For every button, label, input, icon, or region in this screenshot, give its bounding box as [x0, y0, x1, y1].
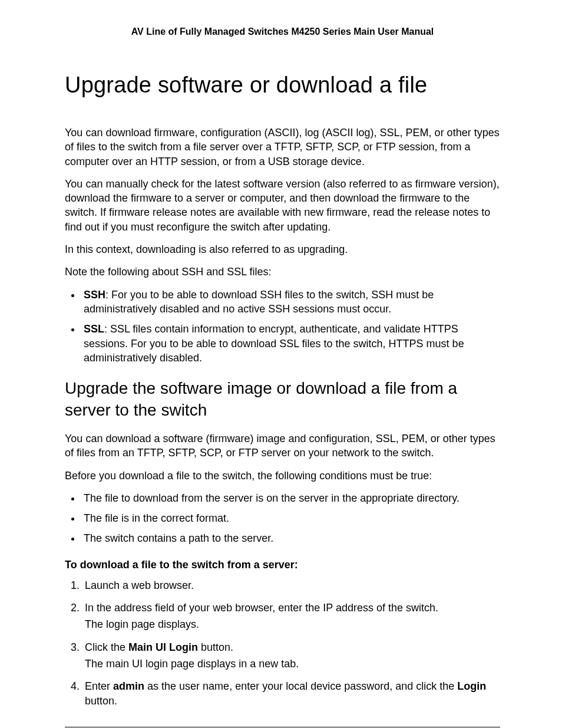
step-item: In the address field of your web browser… — [82, 601, 500, 632]
step-text-bold: Main UI Login — [128, 641, 198, 653]
list-item: The file is in the correct format. — [81, 511, 500, 525]
ssh-ssl-notes-list: SSH: For you to be able to download SSH … — [65, 288, 500, 365]
step-text-bold: Login — [457, 680, 486, 692]
step-text-bold: admin — [113, 680, 144, 692]
term-text: : SSL files contain information to encry… — [84, 323, 464, 364]
step-text-pre: Click the — [85, 641, 128, 653]
intro-paragraph-1: You can download firmware, configuration… — [65, 126, 500, 169]
preconditions-list: The file to download from the server is … — [65, 491, 500, 546]
section-subheading: Upgrade the software image or download a… — [65, 378, 500, 421]
procedure-title: To download a file to the switch from a … — [65, 559, 500, 571]
step-subtext: The login page displays. — [85, 617, 500, 631]
intro-paragraph-2: You can manually check for the latest so… — [65, 177, 500, 234]
step-subtext: The main UI login page displays in a new… — [85, 657, 500, 671]
term-label: SSH — [84, 289, 105, 301]
section-paragraph-1: You can download a software (firmware) i… — [65, 431, 500, 460]
procedure-steps: Launch a web browser. In the address fie… — [65, 578, 500, 708]
step-text: Launch a web browser. — [85, 579, 194, 591]
list-item: SSH: For you to be able to download SSH … — [81, 288, 500, 317]
list-item: The switch contains a path to the server… — [81, 531, 500, 545]
term-text: : For you to be able to download SSH fil… — [84, 289, 434, 315]
step-item: Launch a web browser. — [82, 578, 500, 592]
step-item: Click the Main UI Login button. The main… — [82, 640, 500, 671]
footer-divider — [65, 727, 500, 727]
step-text-post: button. — [198, 641, 233, 653]
list-item: The file to download from the server is … — [81, 491, 500, 505]
intro-paragraph-4: Note the following about SSH and SSL fil… — [65, 265, 500, 279]
section-paragraph-2: Before you download a file to the switch… — [65, 469, 500, 483]
step-text-pre: Enter — [85, 680, 113, 692]
page-title: Upgrade software or download a file — [65, 73, 500, 98]
term-label: SSL — [84, 323, 104, 335]
document-header-title: AV Line of Fully Managed Switches M4250 … — [65, 27, 500, 37]
step-text-post: button. — [85, 695, 117, 707]
step-text-mid: as the user name, enter your local devic… — [144, 680, 457, 692]
step-item: Enter admin as the user name, enter your… — [82, 679, 500, 708]
intro-paragraph-3: In this context, downloading is also ref… — [65, 242, 500, 256]
step-text: In the address field of your web browser… — [85, 602, 438, 614]
list-item: SSL: SSL files contain information to en… — [81, 322, 500, 365]
